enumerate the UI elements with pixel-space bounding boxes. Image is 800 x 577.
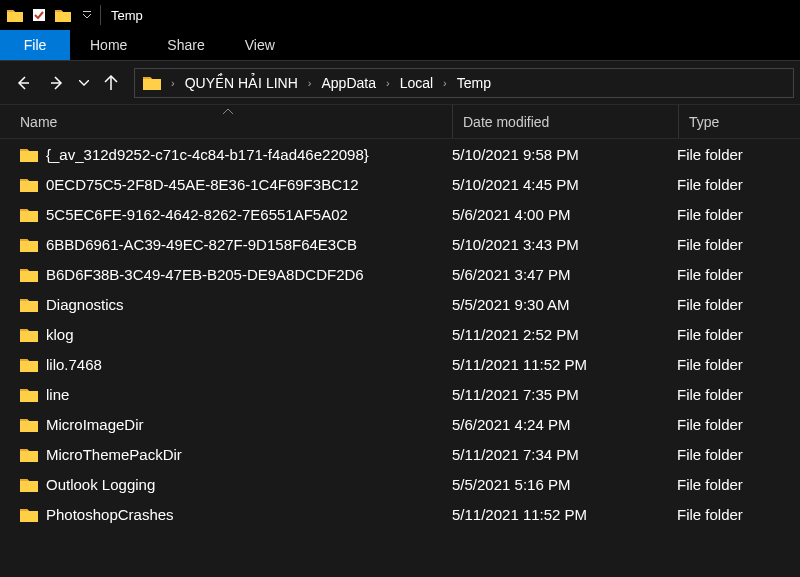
file-date-cell: 5/6/2021 3:47 PM — [452, 266, 677, 283]
table-row[interactable]: klog5/11/2021 2:52 PMFile folder — [0, 319, 800, 349]
title-bar: Temp — [0, 0, 800, 30]
file-date-cell: 5/11/2021 2:52 PM — [452, 326, 677, 343]
file-name-cell: {_av_312d9252-c71c-4c84-b171-f4ad46e2209… — [0, 146, 452, 163]
file-name-cell: MicroImageDir — [0, 416, 452, 433]
file-date-cell: 5/11/2021 7:34 PM — [452, 446, 677, 463]
breadcrumb-segment[interactable]: Local — [396, 75, 437, 91]
breadcrumb-segment[interactable]: Temp — [453, 75, 495, 91]
file-name-cell: lilo.7468 — [0, 356, 452, 373]
save-icon[interactable] — [30, 6, 48, 24]
folder-icon — [20, 177, 46, 192]
breadcrumb-segment[interactable]: QUYỀN HẢI LINH — [181, 75, 302, 91]
ribbon-file-tab[interactable]: File — [0, 30, 70, 60]
up-button[interactable] — [94, 66, 128, 100]
folder-icon — [20, 327, 46, 342]
breadcrumb-chevron[interactable]: › — [302, 77, 318, 89]
file-type-cell: File folder — [677, 296, 800, 313]
file-name-text: 0ECD75C5-2F8D-45AE-8E36-1C4F69F3BC12 — [46, 176, 359, 193]
folder-icon — [20, 147, 46, 162]
breadcrumb-chevron[interactable]: › — [165, 77, 181, 89]
breadcrumb-chevron[interactable]: › — [380, 77, 396, 89]
table-row[interactable]: 0ECD75C5-2F8D-45AE-8E36-1C4F69F3BC125/10… — [0, 169, 800, 199]
back-button[interactable] — [6, 66, 40, 100]
file-name-cell: line — [0, 386, 452, 403]
column-headers: Name Date modified Type — [0, 105, 800, 139]
table-row[interactable]: Outlook Logging5/5/2021 5:16 PMFile fold… — [0, 469, 800, 499]
forward-button[interactable] — [40, 66, 74, 100]
file-type-cell: File folder — [677, 236, 800, 253]
file-type-cell: File folder — [677, 386, 800, 403]
file-type-cell: File folder — [677, 356, 800, 373]
folder-icon — [20, 237, 46, 252]
file-name-cell: 6BBD6961-AC39-49EC-827F-9D158F64E3CB — [0, 236, 452, 253]
window-title: Temp — [111, 8, 143, 23]
file-type-cell: File folder — [677, 146, 800, 163]
table-row[interactable]: line5/11/2021 7:35 PMFile folder — [0, 379, 800, 409]
file-date-cell: 5/11/2021 11:52 PM — [452, 356, 677, 373]
file-name-text: MicroThemePackDir — [46, 446, 182, 463]
folder-icon — [20, 477, 46, 492]
sort-indicator-icon — [220, 106, 236, 118]
recent-locations-dropdown[interactable] — [74, 66, 94, 100]
breadcrumb-chevron[interactable]: › — [437, 77, 453, 89]
breadcrumb-segment[interactable]: AppData — [317, 75, 379, 91]
file-type-cell: File folder — [677, 446, 800, 463]
folder-icon — [20, 357, 46, 372]
file-name-cell: MicroThemePackDir — [0, 446, 452, 463]
file-date-cell: 5/5/2021 9:30 AM — [452, 296, 677, 313]
file-name-cell: B6D6F38B-3C49-47EB-B205-DE9A8DCDF2D6 — [0, 266, 452, 283]
folder-icon — [143, 75, 161, 90]
table-row[interactable]: PhotoshopCrashes5/11/2021 11:52 PMFile f… — [0, 499, 800, 529]
file-date-cell: 5/6/2021 4:24 PM — [452, 416, 677, 433]
ribbon-tab-view[interactable]: View — [225, 30, 295, 60]
file-type-cell: File folder — [677, 326, 800, 343]
table-row[interactable]: {_av_312d9252-c71c-4c84-b171-f4ad46e2209… — [0, 139, 800, 169]
ribbon-tab-share[interactable]: Share — [147, 30, 224, 60]
table-row[interactable]: Diagnostics5/5/2021 9:30 AMFile folder — [0, 289, 800, 319]
file-type-cell: File folder — [677, 476, 800, 493]
table-row[interactable]: MicroThemePackDir5/11/2021 7:34 PMFile f… — [0, 439, 800, 469]
folder-icon — [20, 447, 46, 462]
file-type-cell: File folder — [677, 176, 800, 193]
address-bar[interactable]: › QUYỀN HẢI LINH › AppData › Local › Tem… — [134, 68, 794, 98]
folder-icon — [20, 507, 46, 522]
table-row[interactable]: 5C5EC6FE-9162-4642-8262-7E6551AF5A025/6/… — [0, 199, 800, 229]
file-type-cell: File folder — [677, 206, 800, 223]
table-row[interactable]: lilo.74685/11/2021 11:52 PMFile folder — [0, 349, 800, 379]
ribbon-tab-home[interactable]: Home — [70, 30, 147, 60]
file-name-text: 5C5EC6FE-9162-4642-8262-7E6551AF5A02 — [46, 206, 348, 223]
column-header-type[interactable]: Type — [679, 114, 800, 130]
file-name-text: line — [46, 386, 69, 403]
svg-rect-0 — [33, 9, 45, 21]
table-row[interactable]: MicroImageDir5/6/2021 4:24 PMFile folder — [0, 409, 800, 439]
file-name-cell: 5C5EC6FE-9162-4642-8262-7E6551AF5A02 — [0, 206, 452, 223]
folder-icon — [20, 207, 46, 222]
file-type-cell: File folder — [677, 266, 800, 283]
ribbon: File Home Share View — [0, 30, 800, 60]
table-row[interactable]: B6D6F38B-3C49-47EB-B205-DE9A8DCDF2D65/6/… — [0, 259, 800, 289]
folder-icon — [6, 6, 24, 24]
table-row[interactable]: 6BBD6961-AC39-49EC-827F-9D158F64E3CB5/10… — [0, 229, 800, 259]
file-name-text: {_av_312d9252-c71c-4c84-b171-f4ad46e2209… — [46, 146, 369, 163]
file-name-text: klog — [46, 326, 74, 343]
file-date-cell: 5/10/2021 3:43 PM — [452, 236, 677, 253]
file-date-cell: 5/10/2021 9:58 PM — [452, 146, 677, 163]
file-name-text: lilo.7468 — [46, 356, 102, 373]
file-name-text: Outlook Logging — [46, 476, 155, 493]
title-separator — [100, 5, 101, 25]
folder-icon — [20, 417, 46, 432]
file-name-cell: 0ECD75C5-2F8D-45AE-8E36-1C4F69F3BC12 — [0, 176, 452, 193]
file-date-cell: 5/5/2021 5:16 PM — [452, 476, 677, 493]
file-name-text: 6BBD6961-AC39-49EC-827F-9D158F64E3CB — [46, 236, 357, 253]
folder-icon-small — [54, 6, 72, 24]
file-name-text: PhotoshopCrashes — [46, 506, 174, 523]
navigation-bar: › QUYỀN HẢI LINH › AppData › Local › Tem… — [0, 61, 800, 105]
file-date-cell: 5/11/2021 11:52 PM — [452, 506, 677, 523]
file-list: {_av_312d9252-c71c-4c84-b171-f4ad46e2209… — [0, 139, 800, 529]
column-header-date[interactable]: Date modified — [453, 114, 678, 130]
file-type-cell: File folder — [677, 506, 800, 523]
file-name-cell: Diagnostics — [0, 296, 452, 313]
file-name-text: MicroImageDir — [46, 416, 144, 433]
customize-quick-access-dropdown[interactable] — [78, 6, 96, 24]
file-name-cell: Outlook Logging — [0, 476, 452, 493]
